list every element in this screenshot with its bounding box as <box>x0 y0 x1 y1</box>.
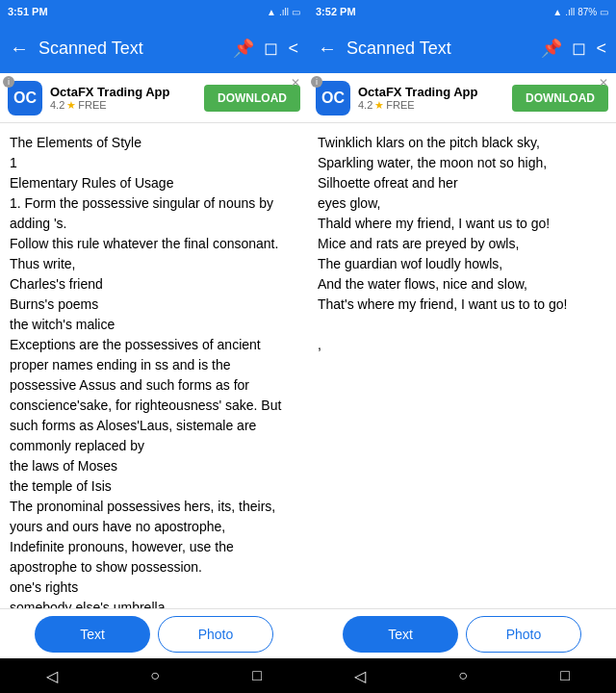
text-tab-right[interactable]: Text <box>343 616 458 653</box>
download-button-left[interactable]: DOWNLOAD <box>204 85 300 112</box>
ad-app-rating-left: 4.2 ★ FREE <box>50 99 196 112</box>
battery-icon: ▭ <box>292 7 300 17</box>
content-area-left: The Elements of Style 1 Elementary Rules… <box>0 123 308 608</box>
top-bar-right: ← Scanned Text 📌 ◻ < <box>308 23 616 73</box>
rating-value-left: 4.2 <box>50 99 64 111</box>
ad-banner-right: i OC OctaFX Trading App 4.2 ★ FREE DOWNL… <box>308 73 616 123</box>
status-bar-left: 3:51 PM ▲ .ıll ▭ <box>0 0 308 23</box>
phone-panel-left: 3:51 PM ▲ .ıll ▭ ← Scanned Text 📌 ◻ < i … <box>0 0 308 693</box>
ad-app-info-left: OctaFX Trading App 4.2 ★ FREE <box>50 85 196 112</box>
ad-info-icon-right[interactable]: i <box>311 76 322 88</box>
ad-info-icon-left[interactable]: i <box>3 76 14 88</box>
photo-tab-right[interactable]: Photo <box>466 616 581 653</box>
status-time-left: 3:51 PM <box>8 6 48 17</box>
status-icons-left: ▲ .ıll ▭ <box>267 7 300 17</box>
copy-icon-right[interactable]: ◻ <box>572 38 586 59</box>
share-icon-right[interactable]: < <box>596 38 606 59</box>
ad-banner-left: i OC OctaFX Trading App 4.2 ★ FREE DOWNL… <box>0 73 308 123</box>
photo-tab-left[interactable]: Photo <box>158 616 273 653</box>
rating-value-right: 4.2 <box>358 99 372 111</box>
wifi-icon: ▲ <box>267 7 276 17</box>
wifi-icon-right: ▲ <box>552 7 562 17</box>
status-time-right: 3:52 PM <box>316 6 356 17</box>
status-icons-right: ▲ .ıll 87% ▭ <box>552 7 608 17</box>
content-area-right: Twinklich klars on the pitch black sky, … <box>308 123 616 608</box>
bottom-tabs-left: Text Photo <box>0 608 308 658</box>
nav-back-right[interactable]: ◁ <box>354 667 366 685</box>
ad-app-name-left: OctaFX Trading App <box>50 85 196 99</box>
top-bar-left: ← Scanned Text 📌 ◻ < <box>0 23 308 73</box>
back-button-left[interactable]: ← <box>10 38 29 60</box>
phone-panel-right: 3:52 PM ▲ .ıll 87% ▭ ← Scanned Text 📌 ◻ … <box>308 0 616 693</box>
bottom-tabs-right: Text Photo <box>308 608 616 658</box>
nav-bar-left: ◁ ○ □ <box>0 658 308 693</box>
scanned-text-right: Twinklich klars on the pitch black sky, … <box>318 133 606 355</box>
free-label-left: FREE <box>78 99 106 111</box>
pin-icon-right[interactable]: 📌 <box>541 38 562 59</box>
ad-close-left[interactable]: ✕ <box>291 76 300 90</box>
nav-home-right[interactable]: ○ <box>458 667 468 684</box>
ad-app-info-right: OctaFX Trading App 4.2 ★ FREE <box>358 85 504 112</box>
share-icon-left[interactable]: < <box>288 38 298 59</box>
text-tab-left[interactable]: Text <box>35 616 150 653</box>
scanned-text-left: The Elements of Style 1 Elementary Rules… <box>10 133 298 608</box>
free-label-right: FREE <box>386 99 414 111</box>
nav-recent-left[interactable]: □ <box>252 667 262 684</box>
battery-icon-right: 87% ▭ <box>578 7 608 17</box>
signal-icon-right: .ıll <box>565 7 575 17</box>
page-title-right: Scanned Text <box>346 38 531 59</box>
nav-recent-right[interactable]: □ <box>560 667 570 684</box>
ad-app-name-right: OctaFX Trading App <box>358 85 504 99</box>
pin-icon-left[interactable]: 📌 <box>233 38 254 59</box>
back-button-right[interactable]: ← <box>318 38 337 60</box>
ad-app-rating-right: 4.2 ★ FREE <box>358 99 504 112</box>
copy-icon-left[interactable]: ◻ <box>264 38 278 59</box>
nav-back-left[interactable]: ◁ <box>46 667 58 685</box>
page-title-left: Scanned Text <box>38 38 223 59</box>
download-button-right[interactable]: DOWNLOAD <box>512 85 608 112</box>
nav-home-left[interactable]: ○ <box>150 667 160 684</box>
signal-icon: .ıll <box>279 7 289 17</box>
nav-bar-right: ◁ ○ □ <box>308 658 616 693</box>
ad-close-right[interactable]: ✕ <box>599 76 608 90</box>
star-icon-left: ★ <box>66 99 76 112</box>
status-bar-right: 3:52 PM ▲ .ıll 87% ▭ <box>308 0 616 23</box>
star-icon-right: ★ <box>374 99 384 112</box>
